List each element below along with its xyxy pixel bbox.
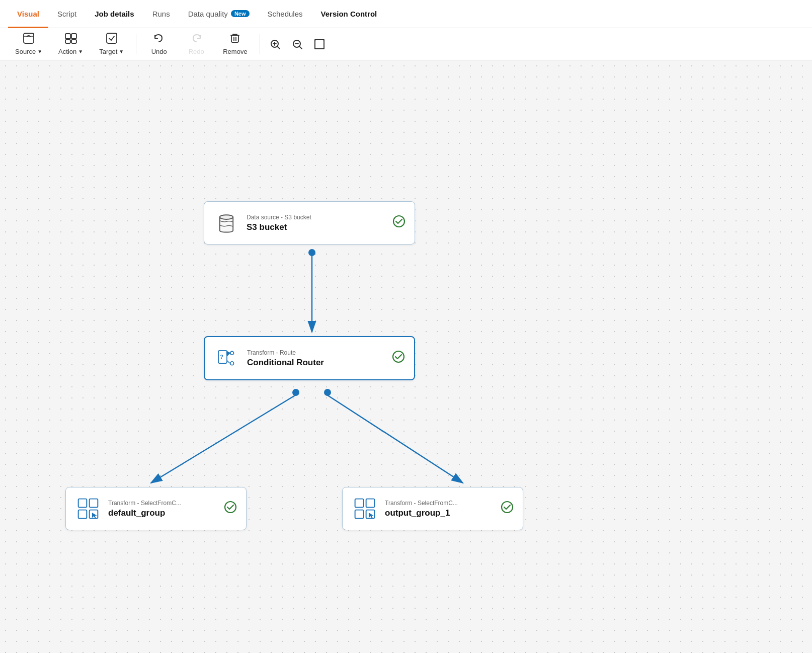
canvas[interactable]: Data source - S3 bucket S3 bucket ? (0, 60, 812, 653)
undo-icon (153, 33, 165, 46)
svg-line-20 (327, 395, 463, 483)
action-icon (65, 33, 77, 46)
action-chevron: ▼ (78, 49, 83, 54)
svg-point-41 (502, 502, 513, 513)
target-button[interactable]: Target ▼ (92, 31, 131, 57)
svg-rect-4 (71, 40, 76, 43)
svg-point-24 (220, 215, 233, 219)
router-subtitle: Transform - Route (247, 349, 381, 356)
select-from-columns-icon (77, 498, 99, 520)
default-group-text: Transform - SelectFromC... default_group (108, 500, 213, 518)
action-button[interactable]: Action ▼ (51, 31, 90, 57)
output-select-from-columns-icon (354, 498, 376, 520)
router-icon-wrap: ? (214, 345, 240, 371)
s3-check-icon (392, 215, 405, 231)
svg-rect-5 (107, 33, 117, 43)
remove-button[interactable]: Remove (216, 31, 254, 57)
tab-job-details[interactable]: Job details (86, 1, 143, 28)
s3-bucket-icon (215, 212, 237, 234)
source-button[interactable]: Source ▼ (8, 31, 49, 57)
default-group-node[interactable]: Transform - SelectFromC... default_group (65, 487, 247, 530)
svg-point-31 (393, 351, 404, 362)
separator-2 (260, 34, 260, 54)
svg-rect-32 (78, 499, 87, 508)
output-group-1-node[interactable]: Transform - SelectFromC... output_group_… (342, 487, 523, 530)
toolbar: Source ▼ Action ▼ Target ▼ (0, 28, 812, 60)
router-title: Conditional Router (247, 358, 381, 368)
default-group-subtitle: Transform - SelectFromC... (108, 500, 213, 507)
s3-node-text: Data source - S3 bucket S3 bucket (247, 214, 381, 232)
svg-point-22 (324, 389, 331, 396)
svg-text:?: ? (220, 354, 223, 360)
remove-label: Remove (223, 48, 247, 55)
zoom-in-icon (270, 39, 281, 50)
output-group-1-check-icon (501, 501, 514, 517)
undo-label: Undo (151, 48, 167, 55)
zoom-out-button[interactable] (287, 34, 307, 54)
zoom-out-icon (292, 39, 303, 50)
svg-line-15 (299, 46, 302, 49)
redo-label: Redo (189, 48, 204, 55)
s3-icon-wrap (213, 210, 239, 236)
default-group-title: default_group (108, 508, 213, 518)
svg-rect-6 (231, 35, 238, 42)
svg-line-12 (277, 46, 280, 49)
redo-icon (190, 33, 202, 46)
svg-rect-2 (71, 34, 76, 39)
conditional-router-node[interactable]: ? Transform - Route Conditional Router (204, 336, 415, 380)
svg-rect-16 (315, 40, 324, 49)
fit-view-button[interactable] (309, 34, 330, 54)
data-quality-badge: New (231, 10, 250, 17)
tab-bar: Visual Script Job details Runs Data qual… (0, 0, 812, 28)
svg-rect-34 (78, 510, 87, 519)
separator-1 (136, 34, 136, 54)
output-group-1-subtitle: Transform - SelectFromC... (385, 500, 490, 507)
svg-rect-0 (24, 33, 34, 43)
source-chevron: ▼ (37, 49, 42, 54)
svg-rect-3 (65, 40, 70, 43)
output-group-icon-wrap (352, 496, 378, 522)
tab-runs[interactable]: Runs (143, 1, 179, 28)
svg-point-36 (225, 502, 236, 513)
tab-script[interactable]: Script (48, 1, 86, 28)
svg-point-25 (393, 216, 404, 227)
default-group-check-icon (224, 501, 237, 517)
output-group-1-title: output_group_1 (385, 508, 490, 518)
s3-bucket-node[interactable]: Data source - S3 bucket S3 bucket (204, 201, 415, 244)
svg-point-29 (230, 362, 234, 365)
redo-button[interactable]: Redo (179, 31, 214, 57)
tab-schedules[interactable]: Schedules (259, 1, 312, 28)
router-icon: ? (216, 347, 238, 369)
s3-subtitle: Data source - S3 bucket (247, 214, 381, 221)
router-node-text: Transform - Route Conditional Router (247, 349, 381, 368)
svg-rect-33 (90, 499, 98, 508)
output-group-1-text: Transform - SelectFromC... output_group_… (385, 500, 490, 518)
target-chevron: ▼ (119, 49, 124, 54)
svg-rect-37 (355, 499, 364, 508)
target-label: Target ▼ (99, 48, 124, 55)
svg-rect-38 (366, 499, 375, 508)
tab-data-quality[interactable]: Data quality New (179, 1, 259, 28)
s3-title: S3 bucket (247, 222, 381, 232)
svg-point-23 (308, 249, 315, 256)
target-icon (106, 33, 118, 46)
svg-line-19 (151, 395, 296, 483)
undo-button[interactable]: Undo (141, 31, 177, 57)
action-label: Action ▼ (58, 48, 83, 55)
zoom-in-button[interactable] (265, 34, 285, 54)
remove-icon (229, 33, 240, 46)
source-icon (23, 33, 35, 46)
router-check-icon (392, 350, 405, 366)
default-group-icon-wrap (75, 496, 101, 522)
svg-rect-1 (65, 34, 70, 39)
tab-visual[interactable]: Visual (8, 1, 48, 28)
source-label: Source ▼ (15, 48, 42, 55)
tab-version-control[interactable]: Version Control (312, 1, 386, 28)
svg-point-21 (292, 389, 299, 396)
fit-view-icon (314, 39, 325, 50)
svg-point-28 (230, 351, 234, 355)
svg-rect-39 (355, 510, 364, 519)
